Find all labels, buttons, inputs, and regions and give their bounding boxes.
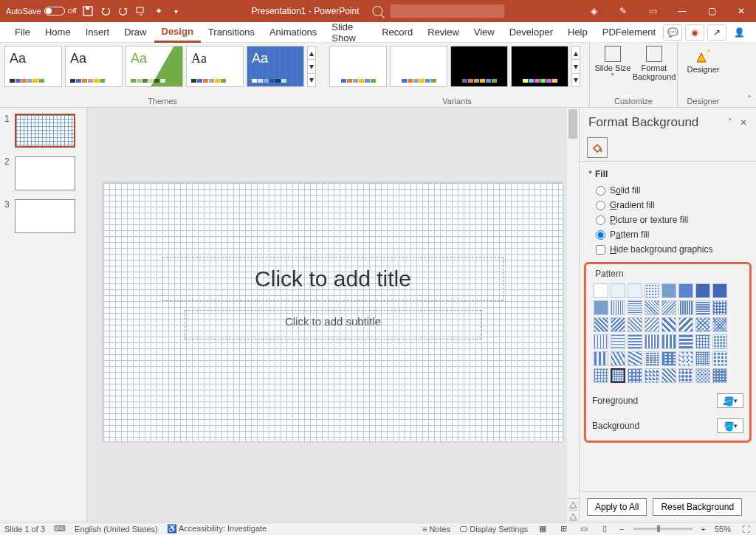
title-placeholder[interactable]: Click to add title [162, 257, 504, 301]
pattern-swatch[interactable] [695, 283, 710, 298]
save-icon[interactable] [81, 4, 94, 18]
gradient-fill-radio[interactable]: Gradient fill [596, 200, 747, 210]
format-background-button[interactable]: Format Background [636, 46, 673, 81]
pattern-swatch[interactable] [712, 334, 727, 349]
pattern-swatch[interactable] [628, 283, 642, 298]
pattern-swatch[interactable] [594, 283, 608, 298]
pattern-swatch[interactable] [662, 300, 676, 315]
pattern-swatch[interactable] [712, 283, 727, 298]
background-color-button[interactable]: 🪣▾ [717, 418, 743, 433]
pattern-swatch[interactable] [611, 334, 625, 349]
pattern-swatch[interactable] [594, 368, 608, 383]
variant-option[interactable] [329, 46, 387, 87]
pattern-swatch[interactable] [594, 334, 608, 349]
tab-transitions[interactable]: Transitions [201, 22, 262, 43]
tab-view[interactable]: View [467, 22, 502, 43]
tab-record[interactable]: Record [374, 22, 420, 43]
tab-pdfelement[interactable]: PDFelement [595, 22, 663, 43]
pattern-swatch[interactable] [645, 317, 659, 332]
tab-home[interactable]: Home [38, 22, 78, 43]
tab-developer[interactable]: Developer [502, 22, 560, 43]
variants-more[interactable]: ▴▾▾ [571, 46, 580, 87]
normal-view-icon[interactable]: ▦ [537, 524, 549, 534]
pattern-swatch[interactable] [645, 368, 659, 383]
slide-canvas[interactable]: Click to add title Click to add subtitle [103, 183, 563, 441]
themes-more[interactable]: ▴▾▾ [307, 46, 316, 87]
pattern-swatch[interactable] [678, 351, 693, 366]
next-slide-icon[interactable]: ⧋ [567, 510, 579, 522]
qat-more-icon[interactable]: ▾ [170, 4, 183, 18]
pattern-swatch[interactable] [712, 317, 727, 332]
pattern-swatch[interactable] [678, 300, 693, 315]
pattern-swatch-selected[interactable] [611, 368, 625, 383]
spell-check-icon[interactable]: ⌨ [54, 524, 66, 534]
record-button[interactable]: ◉ [685, 24, 704, 41]
theme-option[interactable]: Aa [65, 46, 123, 87]
pattern-swatch[interactable] [645, 334, 659, 349]
pattern-swatch[interactable] [645, 283, 659, 298]
tab-review[interactable]: Review [420, 22, 467, 43]
close-icon[interactable]: ✕ [726, 0, 756, 22]
account-button[interactable]: 👤 [729, 24, 749, 41]
foreground-color-button[interactable]: 🪣▾ [717, 393, 743, 408]
theme-option[interactable]: Aa [186, 46, 244, 87]
pattern-swatch[interactable] [628, 368, 642, 383]
tab-file[interactable]: File [7, 22, 38, 43]
display-settings-button[interactable]: 🖵 Display Settings [459, 525, 528, 534]
pattern-swatch[interactable] [678, 334, 693, 349]
variant-option[interactable] [450, 46, 508, 87]
slide-thumbnail[interactable] [15, 114, 75, 148]
search-icon[interactable] [373, 6, 383, 16]
pattern-swatch[interactable] [678, 317, 693, 332]
designer-button[interactable]: Designer [683, 46, 724, 74]
pattern-swatch[interactable] [611, 283, 625, 298]
maximize-icon[interactable]: ▢ [697, 0, 726, 22]
theme-option[interactable]: Aa [247, 46, 304, 87]
collapse-ribbon-icon[interactable]: ˄ [747, 94, 752, 105]
pattern-swatch[interactable] [594, 317, 608, 332]
tab-draw[interactable]: Draw [117, 22, 154, 43]
apply-all-button[interactable]: Apply to All [587, 498, 647, 516]
slide-count[interactable]: Slide 1 of 3 [4, 525, 45, 534]
ribbon-display-icon[interactable]: ▭ [638, 0, 667, 22]
pattern-swatch[interactable] [678, 368, 693, 383]
tab-animations[interactable]: Animations [262, 22, 324, 43]
fill-tab-icon[interactable] [587, 137, 608, 158]
theme-option[interactable]: Aa [126, 46, 183, 87]
subtitle-placeholder[interactable]: Click to add subtitle [185, 310, 481, 339]
fit-to-window-icon[interactable]: ⛶ [740, 524, 752, 534]
fill-section-header[interactable]: ˅Fill [588, 166, 747, 182]
vertical-scrollbar[interactable]: ⧋ ⧋ [567, 108, 579, 522]
variant-option[interactable] [511, 46, 568, 87]
pattern-swatch[interactable] [662, 351, 676, 366]
pane-close-icon[interactable]: ✕ [740, 117, 747, 128]
touch-mode-icon[interactable]: ✦ [152, 4, 165, 18]
slide-thumbnail[interactable] [15, 199, 75, 233]
slide-size-button[interactable]: Slide Size ˅ [594, 46, 631, 81]
zoom-percent[interactable]: 55% [715, 525, 731, 534]
pattern-swatch[interactable] [678, 283, 693, 298]
pattern-swatch[interactable] [695, 368, 710, 383]
tab-slideshow[interactable]: Slide Show [324, 22, 374, 43]
pattern-swatch[interactable] [594, 351, 608, 366]
slideshow-view-icon[interactable]: ▯ [599, 524, 611, 534]
pattern-swatch[interactable] [712, 300, 727, 315]
share-button[interactable]: ↗ [707, 24, 726, 41]
comments-button[interactable]: 💬 [663, 24, 682, 41]
pattern-swatch[interactable] [645, 351, 659, 366]
pattern-swatch[interactable] [645, 300, 659, 315]
pattern-fill-radio[interactable]: Pattern fill [596, 229, 747, 240]
pattern-swatch[interactable] [611, 300, 625, 315]
notes-button[interactable]: ≡ Notes [422, 525, 450, 534]
picture-fill-radio[interactable]: Picture or texture fill [596, 215, 747, 225]
pattern-swatch[interactable] [712, 351, 727, 366]
accessibility-status[interactable]: ♿ Accessibility: Investigate [167, 524, 267, 534]
search-box[interactable] [391, 4, 505, 18]
pattern-swatch[interactable] [695, 351, 710, 366]
pattern-swatch[interactable] [695, 317, 710, 332]
tab-help[interactable]: Help [560, 22, 595, 43]
pattern-swatch[interactable] [628, 351, 642, 366]
zoom-out-button[interactable]: − [619, 525, 624, 534]
theme-option[interactable]: Aa [4, 46, 62, 87]
prev-slide-icon[interactable]: ⧋ [567, 498, 579, 510]
